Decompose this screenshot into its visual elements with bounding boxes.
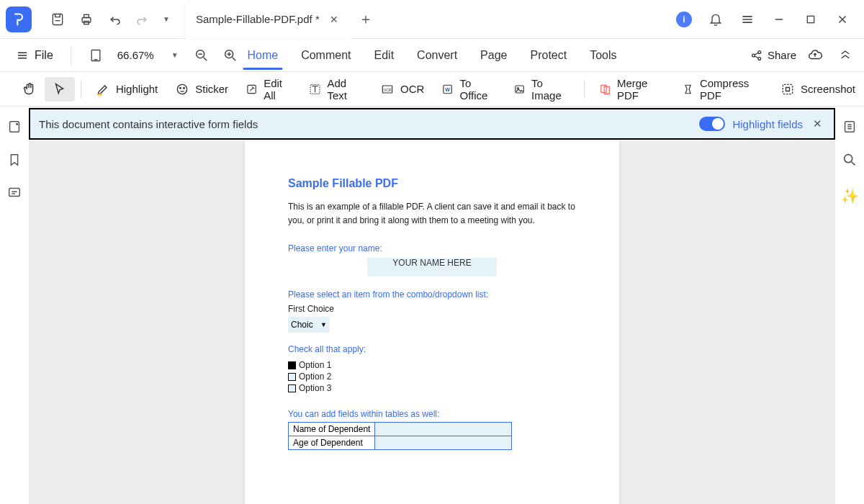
name-field-label: Please enter your name: [288, 243, 576, 253]
app-logo [6, 6, 32, 32]
save-icon[interactable] [43, 5, 72, 34]
banner-close-icon[interactable]: ✕ [810, 116, 825, 132]
svg-rect-20 [516, 86, 523, 93]
combo-description: First Choice [288, 304, 576, 314]
checkbox-option-3[interactable] [288, 384, 296, 392]
table-section-label: You can add fields within tables as well… [288, 409, 576, 419]
bookmarks-panel-icon[interactable] [4, 150, 24, 170]
document-tab[interactable]: Sample-Fillable-PDF.pdf * ✕ [186, 0, 351, 39]
main-tabs: Home Comment Edit Convert Page Protect T… [235, 42, 628, 69]
add-text-button[interactable]: Add Text [300, 73, 372, 106]
pdf-page: Sample Fillable PDF This is an example o… [245, 141, 619, 504]
tab-convert[interactable]: Convert [405, 42, 469, 69]
titlebar: ▼ Sample-Fillable-PDF.pdf * ✕ ＋ i [0, 0, 864, 39]
svg-point-12 [180, 87, 181, 89]
window-minimize-button[interactable] [763, 4, 795, 35]
banner-message: This document contains interactive form … [39, 118, 258, 130]
ocr-button[interactable]: OCR OCR [372, 78, 433, 101]
highlight-fields-toggle[interactable] [699, 117, 725, 131]
zoom-dropdown-icon[interactable]: ▼ [164, 51, 184, 59]
tab-title: Sample-Fillable-PDF.pdf * [196, 13, 320, 25]
collapse-ribbon-icon[interactable] [834, 44, 857, 67]
svg-rect-2 [84, 14, 89, 17]
file-menu-button[interactable]: File [12, 46, 58, 65]
screenshot-button[interactable]: Screenshot [772, 78, 864, 101]
svg-rect-22 [601, 85, 606, 92]
new-tab-button[interactable]: ＋ [351, 9, 380, 29]
svg-text:W: W [446, 86, 451, 92]
table-row-label: Age of Dependent [289, 436, 375, 450]
doc-heading: Sample Fillable PDF [288, 177, 576, 190]
document-viewport[interactable]: Sample Fillable PDF This is an example o… [29, 141, 835, 504]
merge-pdf-button[interactable]: Merge PDF [590, 73, 673, 106]
checkbox-option-1[interactable] [288, 361, 296, 369]
hand-tool-button[interactable] [14, 77, 45, 102]
comments-panel-icon[interactable] [4, 183, 24, 203]
svg-rect-4 [807, 16, 814, 22]
window-maximize-button[interactable] [795, 4, 827, 35]
file-label: File [35, 49, 53, 62]
dependent-age-field[interactable] [375, 436, 512, 450]
zoom-percentage: 66.67% [113, 49, 158, 61]
svg-rect-27 [9, 189, 20, 197]
checkbox-option-2[interactable] [288, 373, 296, 381]
tab-home[interactable]: Home [235, 42, 289, 69]
print-icon[interactable] [72, 5, 101, 34]
highlight-tool-button[interactable]: Highlight [87, 78, 166, 101]
tab-protect[interactable]: Protect [518, 42, 578, 69]
tab-page[interactable]: Page [469, 42, 518, 69]
menu-icon[interactable] [732, 4, 763, 35]
ai-sparkle-icon[interactable]: ✨ [840, 186, 860, 206]
tab-comment[interactable]: Comment [289, 42, 362, 69]
sticker-tool-button[interactable]: Sticker [166, 78, 237, 101]
undo-icon[interactable] [101, 5, 130, 34]
left-side-rail [0, 107, 29, 504]
svg-rect-24 [783, 84, 792, 94]
doc-description: This is an example of a fillable PDF. A … [288, 200, 576, 228]
share-button[interactable]: Share [750, 49, 796, 62]
window-close-button[interactable] [827, 4, 858, 35]
qat-dropdown-icon[interactable]: ▼ [154, 5, 179, 34]
highlight-fields-label: Highlight fields [732, 118, 803, 130]
checkbox-group-label: Check all that apply: [288, 344, 576, 354]
table-row-label: Name of Dependent [289, 423, 375, 436]
select-tool-button[interactable] [45, 77, 75, 102]
chevron-down-icon: ▼ [320, 321, 327, 328]
compress-pdf-button[interactable]: Compress PDF [673, 73, 772, 106]
svg-point-11 [178, 84, 187, 94]
combo-field-label: Please select an item from the combo/dro… [288, 289, 576, 300]
home-toolbar: Highlight Sticker Edit All Add Text OCR … [0, 72, 864, 107]
menubar: File 66.67% ▼ Home Comment Edit Convert … [0, 39, 864, 72]
svg-point-13 [184, 87, 185, 89]
zoom-out-button[interactable] [190, 44, 213, 67]
cloud-upload-icon[interactable] [804, 44, 827, 67]
edit-all-button[interactable]: Edit All [237, 73, 300, 106]
svg-point-29 [845, 155, 852, 163]
svg-rect-23 [604, 86, 609, 94]
fit-page-icon[interactable] [84, 44, 107, 67]
notification-badge[interactable]: i [668, 4, 700, 35]
bell-icon[interactable] [700, 4, 732, 35]
svg-rect-1 [82, 17, 91, 22]
dependents-table: Name of Dependent Age of Dependent [288, 422, 512, 450]
to-office-button[interactable]: W To Office [433, 73, 505, 106]
combo-select-field[interactable]: Choic ▼ [288, 317, 330, 333]
redo-icon[interactable] [130, 5, 154, 34]
to-image-button[interactable]: To Image [505, 73, 578, 106]
name-input-field[interactable]: YOUR NAME HERE [367, 258, 497, 276]
form-fields-banner: This document contains interactive form … [29, 108, 835, 140]
right-side-rail: ✨ [835, 107, 864, 504]
tab-close-icon[interactable]: ✕ [327, 12, 341, 27]
tab-tools[interactable]: Tools [578, 42, 628, 69]
share-label: Share [768, 49, 796, 61]
svg-rect-0 [53, 14, 62, 24]
dependent-name-field[interactable] [375, 423, 512, 436]
search-icon[interactable] [840, 150, 860, 170]
tab-edit[interactable]: Edit [363, 42, 406, 69]
svg-text:OCR: OCR [384, 87, 392, 91]
